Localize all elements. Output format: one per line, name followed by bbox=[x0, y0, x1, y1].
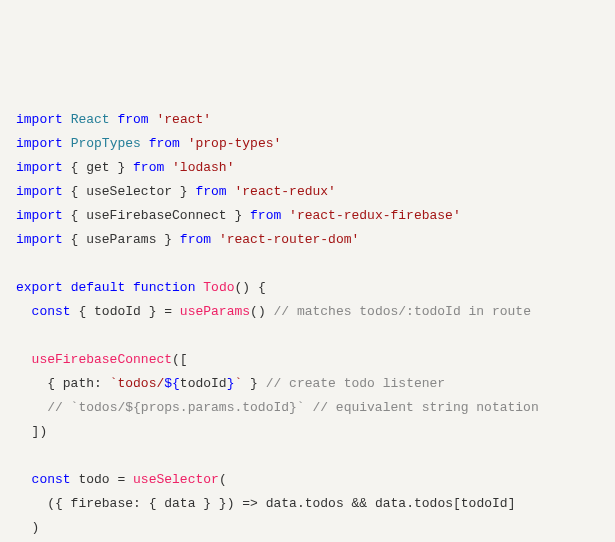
kw-import: import bbox=[16, 112, 63, 127]
kw-const: const bbox=[32, 304, 71, 319]
kw-import: import bbox=[16, 232, 63, 247]
kw-from: from bbox=[250, 208, 281, 223]
comment: // create todo listener bbox=[266, 376, 445, 391]
ident: useParams bbox=[86, 232, 156, 247]
str: 'lodash' bbox=[172, 160, 234, 175]
kw-from: from bbox=[133, 160, 164, 175]
ident-proptypes: PropTypes bbox=[71, 136, 141, 151]
ident-react: React bbox=[71, 112, 110, 127]
kw-import: import bbox=[16, 208, 63, 223]
fn-usefirebaseconnect: useFirebaseConnect bbox=[32, 352, 172, 367]
kw-from: from bbox=[195, 184, 226, 199]
kw-import: import bbox=[16, 184, 63, 199]
fn-useselector: useSelector bbox=[133, 472, 219, 487]
ident: data bbox=[375, 496, 406, 511]
kw-export: export bbox=[16, 280, 63, 295]
ident: data bbox=[266, 496, 297, 511]
kw-const: const bbox=[32, 472, 71, 487]
str: 'prop-types' bbox=[188, 136, 282, 151]
ident: todoId bbox=[180, 376, 227, 391]
prop-path: path bbox=[63, 376, 94, 391]
kw-from: from bbox=[180, 232, 211, 247]
kw-function: function bbox=[133, 280, 195, 295]
ident: todoId bbox=[461, 496, 508, 511]
comment: // matches todos/:todoId in route bbox=[273, 304, 530, 319]
ident: data bbox=[164, 496, 195, 511]
ident: useFirebaseConnect bbox=[86, 208, 226, 223]
kw-import: import bbox=[16, 136, 63, 151]
kw-default: default bbox=[71, 280, 126, 295]
tmpl: `todos/ bbox=[110, 376, 165, 391]
ident: todos bbox=[305, 496, 344, 511]
kw-from: from bbox=[117, 112, 148, 127]
str: 'react-router-dom' bbox=[219, 232, 359, 247]
kw-import: import bbox=[16, 160, 63, 175]
ident: todos bbox=[414, 496, 453, 511]
str: 'react' bbox=[156, 112, 211, 127]
kw-from: from bbox=[149, 136, 180, 151]
fn-useparams: useParams bbox=[180, 304, 250, 319]
ident: get bbox=[86, 160, 109, 175]
ident: firebase bbox=[71, 496, 133, 511]
str: 'react-redux' bbox=[234, 184, 335, 199]
code-block: import React from 'react' import PropTyp… bbox=[16, 108, 599, 542]
ident: todoId bbox=[94, 304, 141, 319]
ident: todo bbox=[78, 472, 109, 487]
str: 'react-redux-firebase' bbox=[289, 208, 461, 223]
ident: useSelector bbox=[86, 184, 172, 199]
tmpl: ` bbox=[234, 376, 242, 391]
comment: // `todos/${props.params.todoId}` // equ… bbox=[47, 400, 538, 415]
fn-todo: Todo bbox=[203, 280, 234, 295]
